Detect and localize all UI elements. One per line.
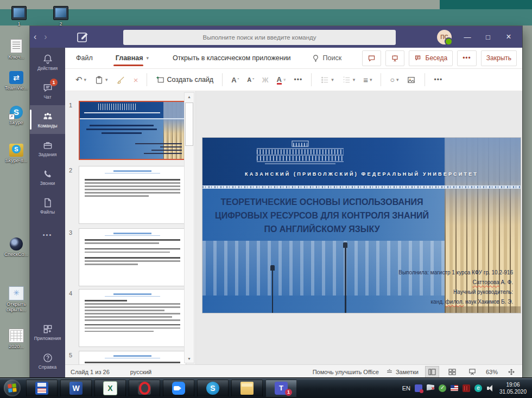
close-icon[interactable]: × xyxy=(504,32,514,42)
delete-button[interactable]: × xyxy=(132,74,140,86)
desktop-icon-skype[interactable]: Skype xyxy=(2,106,30,125)
slide-title[interactable]: ТЕОРЕТИЧЕСКИЕ ОСНОВЫ ИСПОЛЬЗОВАНИЯ ЦИФРО… xyxy=(207,195,437,236)
conversation-button[interactable]: Беседа xyxy=(409,50,453,66)
desktop-icon-label: Ключ... xyxy=(2,54,30,60)
tray-teams-icon[interactable] xyxy=(415,384,422,392)
language-indicator[interactable]: русский xyxy=(130,369,151,375)
minimize-icon[interactable]: — xyxy=(463,33,472,41)
sidebar-item-help[interactable]: Справка xyxy=(30,346,65,375)
desktop-icon-teamviewer[interactable]: TeamVie... xyxy=(2,71,30,91)
sidebar-item-chat[interactable]: 1 Чат xyxy=(30,76,65,105)
zoom-camera-icon xyxy=(172,382,185,395)
more-icon: ••• xyxy=(43,232,53,238)
scrollbar-thumb[interactable] xyxy=(185,102,193,146)
toolbar-divider xyxy=(381,73,381,86)
normal-view-button[interactable] xyxy=(426,367,439,377)
sidebar-item-assignments[interactable]: Задания xyxy=(30,134,65,163)
tab-home-label: Главная xyxy=(116,48,143,68)
avatar[interactable]: ПС xyxy=(437,30,452,44)
taskbar-opera-button[interactable] xyxy=(129,380,160,397)
shrink-font-button[interactable]: Аˇ xyxy=(245,75,256,84)
shapes-button[interactable]: ○ ▾ xyxy=(388,74,400,85)
slide-editor: КАЗАНСКИЙ (ПРИВОЛЖСКИЙ) ФЕДЕРАЛЬНЫЙ УНИВ… xyxy=(196,91,522,364)
zoom-level[interactable]: 63% xyxy=(486,369,498,375)
slide-thumbnail-5[interactable] xyxy=(79,351,186,364)
new-slide-button[interactable]: Создать слайд xyxy=(154,74,215,86)
comments-button[interactable] xyxy=(362,50,381,66)
paste-button[interactable]: ▾ xyxy=(93,74,110,86)
scroll-up-icon[interactable]: ▲ xyxy=(185,93,194,101)
taskbar-word-button[interactable]: W xyxy=(60,380,92,397)
thumbnail-number: 1 xyxy=(69,102,72,108)
slide-sorter-view-button[interactable] xyxy=(446,367,459,377)
tray-action-center-icon[interactable] xyxy=(427,384,434,392)
tray-app-icon[interactable] xyxy=(463,384,470,392)
more-commands-button[interactable]: ••• xyxy=(457,50,477,66)
compose-icon[interactable] xyxy=(76,30,89,43)
forward-icon[interactable]: › xyxy=(40,32,50,42)
grow-font-button[interactable]: Аˆ xyxy=(230,75,240,85)
taskbar-explorer-button[interactable] xyxy=(231,380,263,397)
tray-e-icon[interactable]: e xyxy=(474,384,482,392)
align-button[interactable]: ≡ ▾ xyxy=(362,74,373,86)
start-button[interactable] xyxy=(4,380,21,396)
present-button[interactable] xyxy=(385,50,404,66)
slideshow-view-button[interactable] xyxy=(466,367,479,377)
slide-credits[interactable]: Выполнила: магистр 1 курса КФУ гр. 10.2-… xyxy=(398,268,513,307)
bullets-button[interactable]: ▾ xyxy=(319,74,335,86)
slide-canvas[interactable]: КАЗАНСКИЙ (ПРИВОЛЖСКИЙ) ФЕДЕРАЛЬНЫЙ УНИВ… xyxy=(202,138,521,313)
tell-me-search[interactable]: Поиск xyxy=(312,54,342,62)
format-painter-button[interactable] xyxy=(115,74,127,86)
desktop-icon-key-doc[interactable]: Ключ... xyxy=(2,39,30,60)
desktop-icon-open-hide[interactable]: Открыть скрыть... xyxy=(2,286,30,312)
picture-icon xyxy=(407,75,416,85)
sidebar-item-calls[interactable]: Звонки xyxy=(30,163,65,191)
more-font-options-button[interactable]: ••• xyxy=(293,75,305,85)
sidebar-item-more[interactable]: ••• xyxy=(30,220,65,249)
scroll-down-icon[interactable]: ▼ xyxy=(185,355,194,363)
slide-thumbnail-3[interactable] xyxy=(79,228,186,286)
back-icon[interactable]: ‹ xyxy=(30,32,40,42)
slide-thumbnail-4[interactable] xyxy=(79,289,186,347)
font-color-button[interactable]: А ▾ xyxy=(275,74,288,86)
numbering-button[interactable]: ▾ xyxy=(340,74,357,86)
undo-button[interactable]: ↶ ▾ xyxy=(74,74,88,86)
chevron-down-icon: ▾ xyxy=(331,77,334,82)
tray-keyboard-flag-icon[interactable] xyxy=(451,385,458,391)
tab-file[interactable]: Файл xyxy=(74,54,95,62)
desktop-icon-monitor-2[interactable]: 2 xyxy=(47,6,75,27)
desktop-icon-2020[interactable]: 2020... xyxy=(2,329,30,349)
feedback-link[interactable]: Помочь улучшить Office xyxy=(313,369,379,375)
language-switcher[interactable]: EN xyxy=(402,385,410,391)
sidebar-item-files[interactable]: Файлы xyxy=(30,191,65,220)
slide-thumbnail-2[interactable] xyxy=(79,166,186,224)
desktop-icon-speccom[interactable]: СпескСо... xyxy=(2,237,30,257)
thumbnail-scrollbar[interactable]: ▲ ▼ xyxy=(184,92,194,363)
taskbar-teams-button[interactable]: T 1 xyxy=(265,380,297,397)
tab-home[interactable]: Главная ▾ xyxy=(113,48,151,68)
desktop-icon-monitor-1[interactable]: 1 xyxy=(5,6,33,27)
desktop-icon-skype8[interactable]: Skype-8... xyxy=(2,144,30,163)
close-presentation-button[interactable]: Закрыть xyxy=(481,50,517,66)
clock[interactable]: 19:06 31.05.2020 xyxy=(499,381,527,395)
desktop-wallpaper-corner xyxy=(440,0,532,9)
maximize-icon[interactable]: □ xyxy=(483,33,493,41)
sidebar-item-activity[interactable]: Действия xyxy=(30,48,65,76)
sidebar-item-apps[interactable]: Приложения xyxy=(30,318,65,346)
sidebar-item-teams[interactable]: Команды xyxy=(30,105,65,134)
taskbar-skype-button[interactable]: S xyxy=(197,380,229,397)
bold-button[interactable]: Ж xyxy=(261,75,270,85)
notes-toggle[interactable]: Заметки xyxy=(386,368,419,375)
more-tools-button[interactable]: ••• xyxy=(432,75,444,85)
taskbar-save-app-button[interactable] xyxy=(26,380,58,397)
taskbar-zoom-button[interactable] xyxy=(163,380,194,397)
taskbar-excel-button[interactable]: X xyxy=(94,380,126,397)
fit-slide-button[interactable] xyxy=(505,367,518,377)
open-in-desktop-app-link[interactable]: Открыть в классическом приложении xyxy=(173,54,291,62)
search-input[interactable] xyxy=(123,30,396,45)
volume-icon[interactable] xyxy=(486,384,495,392)
tray-security-check-icon[interactable] xyxy=(439,384,446,392)
opera-icon xyxy=(138,382,151,395)
insert-picture-button[interactable] xyxy=(405,74,417,86)
slide-thumbnail-1[interactable] xyxy=(79,101,187,160)
